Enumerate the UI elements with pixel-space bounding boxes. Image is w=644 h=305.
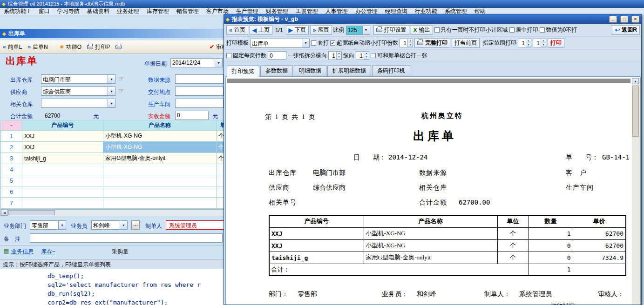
print-button[interactable]: 打印 bbox=[548, 38, 564, 48]
split-vertical-spinner[interactable]: 1▲▼ bbox=[356, 51, 369, 60]
chk-overlay-print[interactable]: 套打 bbox=[311, 39, 329, 47]
next-page-button[interactable]: ▶下页 bbox=[286, 25, 309, 35]
dropdown-arrow-icon[interactable]: ▼ bbox=[108, 87, 115, 95]
print-current-page-button[interactable]: 打当前页 bbox=[452, 38, 480, 48]
dropdown-arrow-icon[interactable]: ▼ bbox=[302, 39, 309, 47]
copies-spinner[interactable]: 1▲▼ bbox=[400, 39, 413, 47]
source-input[interactable] bbox=[175, 74, 224, 84]
scroll-up-icon[interactable]: ▲ bbox=[632, 78, 639, 84]
remark-input[interactable] bbox=[30, 233, 223, 243]
dropdown-arrow-icon[interactable]: ▼ bbox=[362, 26, 370, 34]
checkbox-icon[interactable] bbox=[540, 27, 545, 33]
spinner-buttons[interactable]: ▲▼ bbox=[364, 52, 369, 60]
related-warehouse-combobox[interactable]: ▼ bbox=[41, 99, 115, 108]
tab-barcode-printer[interactable]: 条码打印机 bbox=[372, 65, 410, 76]
workshop-input[interactable] bbox=[175, 99, 224, 108]
menu-business[interactable]: 业务处理 bbox=[113, 8, 143, 15]
cell-name[interactable] bbox=[103, 186, 217, 198]
delivery-input[interactable] bbox=[175, 86, 224, 96]
scale-combobox[interactable]: 125 ▼ bbox=[346, 26, 370, 35]
maximize-button[interactable]: □ bbox=[620, 16, 628, 23]
first-page-button[interactable]: «首页 bbox=[226, 25, 248, 35]
stock-link[interactable]: 库存~ bbox=[41, 248, 55, 256]
fixed-rows-input[interactable]: 0 bbox=[268, 51, 286, 60]
chk-skip-subtotal[interactable]: 只有一页时不打印小计区域 bbox=[434, 26, 508, 34]
menu-sales[interactable]: 销售管理 bbox=[173, 8, 203, 15]
spinner-buttons[interactable]: ▲▼ bbox=[526, 39, 531, 47]
function-button[interactable]: ✶功能O bbox=[60, 43, 81, 51]
scrollbar-thumb[interactable] bbox=[8, 210, 55, 215]
range-from-spinner[interactable]: 1▲▼ bbox=[518, 39, 531, 47]
dropdown-arrow-icon[interactable]: ▼ bbox=[108, 99, 115, 107]
row-number[interactable]: 2 bbox=[1, 142, 22, 153]
cell-code[interactable] bbox=[22, 186, 103, 198]
dropdown-arrow-icon[interactable]: ▼ bbox=[58, 221, 66, 229]
main-titlebar[interactable]: ◆ 综合管理 oit 20141215 - 本地服务-db\演示信息.mdb bbox=[0, 0, 644, 8]
chk-center-print[interactable]: 居中打印 bbox=[509, 26, 538, 34]
cell-name[interactable] bbox=[103, 175, 217, 186]
scroll-left-icon[interactable]: ◀ bbox=[1, 210, 8, 216]
full-print-button[interactable]: 完整打印 bbox=[414, 38, 450, 48]
scrollbar-thumb[interactable] bbox=[632, 86, 639, 137]
warehouse-combobox[interactable]: 电脑门市部 ▼ bbox=[41, 74, 115, 84]
quick-print-button[interactable] bbox=[115, 45, 122, 49]
cell-name[interactable]: 家用G型电脑-金奥-onlyit bbox=[103, 153, 217, 164]
supplier-combobox[interactable]: 综合供应商 ▼ bbox=[41, 86, 115, 96]
grid-horizontal-scrollbar[interactable]: ◀ ▶ bbox=[0, 209, 232, 216]
menu-window[interactable]: 窗口 bbox=[35, 8, 54, 15]
dropdown-arrow-icon[interactable]: ▼ bbox=[120, 221, 127, 229]
dropdown-arrow-icon[interactable]: ▼ bbox=[108, 75, 115, 83]
business-info-link[interactable]: 业务信息 bbox=[11, 248, 34, 256]
prev-page-button[interactable]: ◀上页 bbox=[250, 25, 272, 35]
cell-code[interactable]: XXJ bbox=[22, 142, 103, 153]
spinner-buttons[interactable]: ▲▼ bbox=[336, 52, 341, 60]
child-window-titlebar[interactable]: ◆ 出库单 bbox=[0, 29, 233, 38]
clerk-combobox[interactable]: 和剑峰 ▼ bbox=[91, 220, 128, 230]
row-number[interactable]: 6 bbox=[1, 186, 22, 198]
cell-name[interactable]: 小型机-XG-NG bbox=[103, 131, 217, 142]
grid-col-code[interactable]: 产品编号 bbox=[22, 120, 103, 131]
row-number[interactable]: 7 bbox=[1, 198, 22, 209]
grid-col-name[interactable]: 产品名称 bbox=[103, 120, 217, 131]
dept-combobox[interactable]: 零售部 ▼ bbox=[30, 220, 66, 230]
cell-code[interactable]: XXJ bbox=[22, 131, 103, 142]
checkbox-icon[interactable] bbox=[371, 53, 376, 58]
code-editor[interactable]: db_temp();sql2='select manufacturer from… bbox=[0, 269, 233, 305]
checkbox-icon[interactable] bbox=[226, 53, 231, 58]
chk-zero-noprint[interactable]: 数值为0不打 bbox=[540, 26, 577, 34]
chk-auto-shrink[interactable]: 超宽纸自动缩小打印份数 bbox=[330, 39, 398, 47]
print-button[interactable]: 打印P bbox=[87, 43, 110, 51]
dialog-titlebar[interactable]: ◆ 报表预览: 模板编号 - v_gb _ □ × bbox=[224, 14, 641, 24]
spinner-buttons[interactable]: ▲▼ bbox=[541, 39, 546, 47]
dropdown-arrow-icon[interactable]: ▼ bbox=[215, 59, 222, 67]
chk-fixed-rows[interactable]: 固定每页行数 bbox=[226, 52, 266, 60]
preview-vertical-scrollbar[interactable]: ▲ bbox=[632, 78, 640, 305]
menu-system[interactable]: 系统功能 F bbox=[0, 8, 35, 15]
last-page-button[interactable]: »尾页 bbox=[310, 25, 332, 35]
checkbox-checked-icon[interactable] bbox=[330, 40, 335, 46]
cell-name[interactable] bbox=[103, 198, 217, 209]
checkbox-icon[interactable] bbox=[434, 27, 440, 33]
cell-code[interactable] bbox=[22, 198, 103, 209]
template-combobox[interactable]: 出库单 ▼ bbox=[250, 39, 310, 48]
date-combobox[interactable]: 2014/12/24 ▼ bbox=[170, 58, 223, 67]
tab-extended-detail-data[interactable]: 扩展明细数据 bbox=[327, 65, 371, 76]
tab-detail-data[interactable]: 明细数据 bbox=[294, 65, 326, 76]
export-button[interactable]: X输出 bbox=[411, 25, 433, 35]
product-grid[interactable]: - 产品编号 产品名称 单位 1 XXJ 小型机-XG-NG 个 2 XXJ 小… bbox=[0, 120, 233, 209]
range-to-spinner[interactable]: 1▲▼ bbox=[533, 39, 546, 47]
purchase-qty-label[interactable]: 采购量 bbox=[112, 248, 129, 256]
row-number[interactable]: 5 bbox=[1, 175, 22, 186]
split-horizontal-spinner[interactable]: 1▲▼ bbox=[328, 51, 342, 60]
tab-print-preview[interactable]: 打印预览 bbox=[227, 66, 259, 77]
row-number[interactable]: 1 bbox=[1, 131, 22, 142]
cell-name-selected[interactable]: 小型机-XG-NG bbox=[103, 142, 217, 153]
row-number[interactable]: 3 bbox=[1, 153, 22, 164]
row-number[interactable]: 4 bbox=[1, 164, 22, 175]
chk-combine-print[interactable]: 可和新单据合打一张 bbox=[371, 52, 427, 60]
menu-inventory[interactable]: 库存管理 bbox=[143, 8, 173, 15]
pointer-hand-icon[interactable]: ☞ bbox=[118, 87, 124, 94]
received-amount-input[interactable]: 0 bbox=[175, 111, 209, 120]
tab-parameter-data[interactable]: 参数数据 bbox=[260, 65, 293, 76]
minimize-button[interactable]: _ bbox=[609, 16, 617, 23]
